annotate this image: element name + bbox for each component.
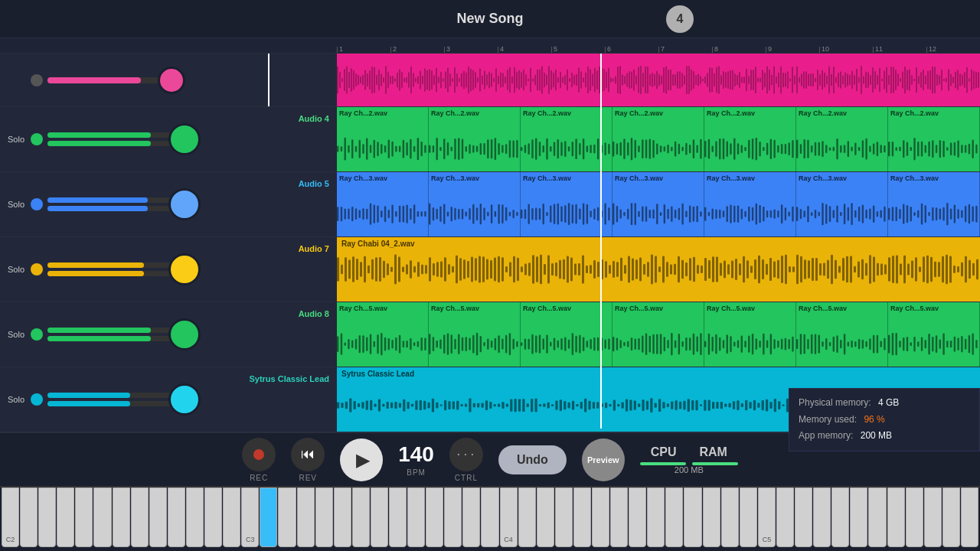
clip-green2-2[interactable]: Ray Ch...5.wav — [429, 302, 521, 367]
clip-blue-1[interactable]: Ray Ch...3.wav — [337, 172, 429, 236]
piano-key-white[interactable] — [223, 487, 240, 547]
piano-key-white[interactable] — [629, 487, 646, 547]
clip-blue-5[interactable]: Ray Ch...3.wav — [704, 172, 796, 236]
rev-button[interactable]: ⏮ REV — [291, 438, 325, 482]
slider-knob-pink[interactable] — [158, 67, 185, 94]
piano-key-white[interactable] — [113, 487, 130, 547]
piano-key-white[interactable]: C5 — [758, 487, 776, 547]
piano-key-white-active-c3[interactable] — [260, 487, 277, 547]
piano-key-white[interactable] — [371, 487, 388, 547]
rev-circle[interactable]: ⏮ — [291, 438, 325, 471]
big-knob-green1[interactable] — [168, 123, 201, 155]
slider-bar-top-yellow[interactable] — [47, 262, 185, 268]
piano-key-white[interactable] — [352, 487, 370, 547]
track-timeline-pink[interactable] — [337, 54, 980, 106]
piano-key-white[interactable] — [389, 487, 407, 547]
bpm-value[interactable]: 140 — [398, 442, 434, 467]
piano-key-white[interactable] — [93, 487, 111, 547]
playhead-marker[interactable]: 4 — [666, 5, 694, 33]
piano-key-white[interactable] — [592, 487, 609, 547]
clip-blue-2[interactable]: Ray Ch...3.wav — [429, 172, 521, 236]
track-knob-small[interactable] — [31, 74, 43, 86]
track-knob-small-blue[interactable] — [31, 198, 43, 210]
piano-key-white[interactable] — [149, 487, 167, 547]
piano-key-white[interactable] — [906, 487, 923, 547]
piano-key-white[interactable]: C4 — [500, 487, 518, 547]
slider-bar-bottom-blue[interactable] — [47, 206, 185, 211]
piano-key-white[interactable] — [75, 487, 93, 547]
clip-green1-7[interactable]: Ray Ch...2.wav — [888, 107, 980, 171]
big-knob-teal[interactable] — [168, 383, 201, 416]
piano-key-white[interactable]: C3 — [241, 487, 259, 547]
piano-key-white[interactable] — [684, 487, 701, 547]
track-timeline-yellow[interactable]: Ray Chabi 04_2.wav — [337, 237, 980, 302]
clip-blue-6[interactable]: Ray Ch...3.wav — [796, 172, 888, 236]
clip-green1-5[interactable]: Ray Ch...2.wav — [704, 107, 796, 171]
clip-green1-4[interactable]: Ray Ch...2.wav — [612, 107, 704, 171]
piano-key-white[interactable] — [961, 487, 978, 547]
clip-blue-7[interactable]: Ray Ch...3.wav — [888, 172, 980, 236]
piano-key-white[interactable] — [850, 487, 867, 547]
piano-key-white[interactable] — [168, 487, 185, 547]
piano-key-white[interactable] — [647, 487, 665, 547]
piano-key-white[interactable] — [426, 487, 443, 547]
piano-key-white[interactable] — [204, 487, 222, 547]
piano-key-white[interactable] — [721, 487, 739, 547]
piano-key-white[interactable] — [57, 487, 74, 547]
piano-key-white[interactable] — [776, 487, 794, 547]
piano-key-white[interactable] — [518, 487, 536, 547]
clip-green1-1[interactable]: Ray Ch...2.wav — [337, 107, 429, 171]
slider-bar-bottom-teal[interactable] — [47, 401, 185, 406]
big-knob-blue[interactable] — [168, 188, 201, 220]
clip-green2-7[interactable]: Ray Ch...5.wav — [888, 302, 980, 367]
piano-key-white[interactable] — [924, 487, 942, 547]
piano-key-white[interactable]: C2 — [2, 487, 19, 547]
slider-bar-top-teal[interactable] — [47, 393, 185, 398]
preview-button[interactable]: Preview — [582, 439, 625, 481]
piano-key-white[interactable] — [20, 487, 38, 547]
piano-key-white[interactable] — [131, 487, 149, 547]
slider-bar-top-green1[interactable] — [47, 132, 185, 138]
clip-green2-4[interactable]: Ray Ch...5.wav — [612, 302, 704, 367]
big-knob-yellow[interactable] — [168, 253, 201, 285]
ctrl-button[interactable]: • • • CTRL — [449, 438, 483, 482]
slider-bar-top-green2[interactable] — [47, 328, 185, 333]
clip-green1-2[interactable]: Ray Ch...2.wav — [429, 107, 521, 171]
piano-key-white[interactable] — [38, 487, 56, 547]
piano-key-white[interactable] — [315, 487, 333, 547]
clip-green2-5[interactable]: Ray Ch...5.wav — [704, 302, 796, 367]
piano-key-white[interactable] — [444, 487, 462, 547]
piano-key-white[interactable] — [868, 487, 886, 547]
track-knob-small-teal[interactable] — [31, 393, 43, 406]
slider-bar-top-blue[interactable] — [47, 197, 185, 203]
piano-key-white[interactable] — [462, 487, 480, 547]
piano-keyboard[interactable]: C2 C3 C4 — [0, 486, 980, 547]
piano-key-white[interactable] — [795, 487, 812, 547]
track-knob-small-green1[interactable] — [31, 133, 43, 145]
piano-key-white[interactable] — [278, 487, 296, 547]
piano-key-white[interactable] — [186, 487, 204, 547]
piano-key-white[interactable] — [740, 487, 757, 547]
rec-circle[interactable] — [242, 438, 276, 471]
volume-slider-pink[interactable] — [47, 77, 178, 83]
slider-bar-bottom-green2[interactable] — [47, 336, 185, 341]
clip-green1-6[interactable]: Ray Ch...2.wav — [796, 107, 888, 171]
clip-green1-3[interactable]: Ray Ch...2.wav — [521, 107, 612, 171]
track-timeline-green1[interactable]: Ray Ch...2.wav Ray Ch...2.wav Ray Ch...2… — [337, 107, 980, 171]
track-knob-small-yellow[interactable] — [31, 263, 43, 276]
track-knob-small-green2[interactable] — [31, 328, 43, 341]
piano-key-white[interactable] — [703, 487, 720, 547]
undo-button[interactable]: Undo — [498, 445, 567, 474]
piano-key-white[interactable] — [831, 487, 849, 547]
clip-green2-3[interactable]: Ray Ch...5.wav — [521, 302, 612, 367]
slider-bar-bottom-yellow[interactable] — [47, 271, 185, 276]
piano-key-white[interactable] — [555, 487, 573, 547]
piano-key-white[interactable] — [537, 487, 554, 547]
play-circle[interactable]: ▶ — [340, 439, 383, 481]
ctrl-dots[interactable]: • • • — [449, 438, 483, 471]
clip-blue-4[interactable]: Ray Ch...3.wav — [612, 172, 704, 236]
clip-green2-6[interactable]: Ray Ch...5.wav — [796, 302, 888, 367]
piano-key-white[interactable] — [334, 487, 351, 547]
play-button[interactable]: ▶ — [340, 439, 383, 481]
piano-key-white[interactable] — [407, 487, 425, 547]
